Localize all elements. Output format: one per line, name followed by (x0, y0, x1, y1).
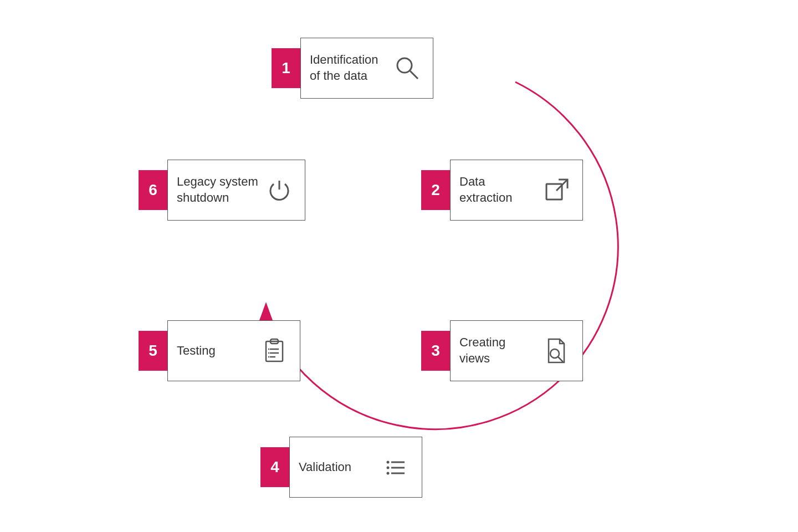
step-1: 1 Identificationof the data (272, 38, 433, 99)
svg-line-2 (410, 71, 418, 79)
step-6-number: 6 (139, 170, 167, 210)
step-6-box: Legacy systemshutdown (167, 160, 305, 221)
svg-marker-0 (259, 302, 273, 320)
search-icon (391, 54, 424, 82)
export-icon (540, 176, 574, 204)
step-4-number: 4 (260, 447, 289, 487)
step-6-label: Legacy systemshutdown (177, 174, 258, 206)
step-4: 4 Validation (260, 437, 422, 498)
step-5-box: Testing (167, 320, 300, 381)
step-1-label: Identificationof the data (310, 52, 386, 84)
list-icon (380, 453, 413, 481)
document-search-icon (540, 337, 574, 365)
step-2-box: Dataextraction (450, 160, 583, 221)
diagram-container: 1 Identificationof the data 2 Dataextrac… (94, 22, 704, 510)
step-6: 6 Legacy systemshutdown (139, 160, 305, 221)
step-5: 5 Testing (139, 320, 300, 381)
step-5-label: Testing (177, 343, 253, 359)
svg-rect-13 (266, 341, 283, 361)
step-4-box: Validation (289, 437, 422, 498)
svg-point-1 (397, 58, 412, 73)
step-5-number: 5 (139, 331, 167, 371)
step-2-label: Dataextraction (459, 174, 536, 206)
clipboard-icon (258, 337, 291, 365)
step-4-label: Validation (299, 459, 375, 475)
step-2-number: 2 (421, 170, 450, 210)
step-3-number: 3 (421, 331, 450, 371)
svg-point-9 (387, 467, 390, 469)
step-2: 2 Dataextraction (421, 160, 583, 221)
step-3: 3 Creatingviews (421, 320, 583, 381)
svg-line-6 (558, 357, 563, 362)
svg-point-7 (387, 461, 390, 464)
step-1-box: Identificationof the data (300, 38, 433, 99)
svg-point-5 (550, 349, 559, 358)
step-3-box: Creatingviews (450, 320, 583, 381)
step-3-label: Creatingviews (459, 335, 536, 366)
svg-point-11 (387, 472, 390, 475)
power-icon (263, 176, 296, 204)
step-1-number: 1 (272, 48, 300, 88)
